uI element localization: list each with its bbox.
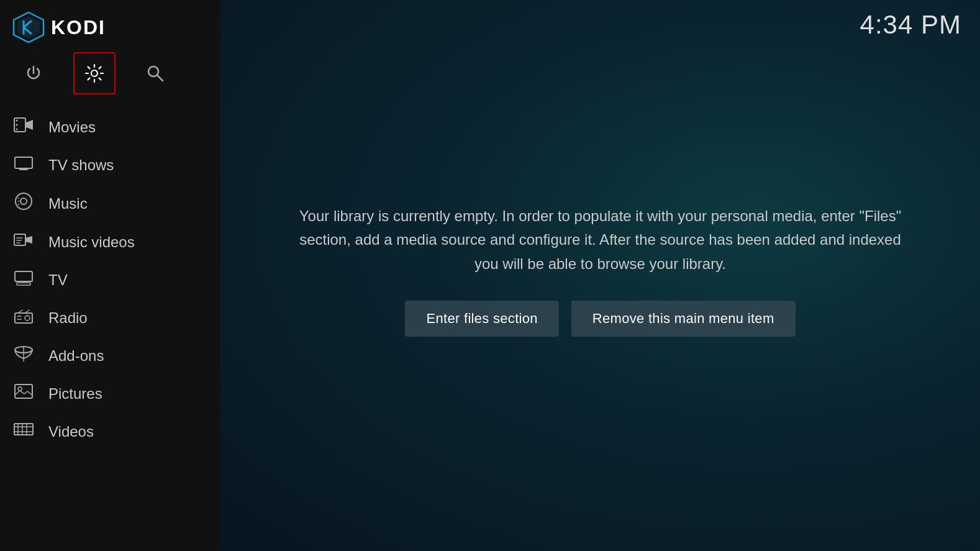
videos-icon [12,421,35,442]
sidebar-item-videos[interactable]: Videos [0,412,220,450]
tv-shows-label: TV shows [48,157,114,174]
svg-point-11 [16,124,18,126]
main-content: 4:34 PM Your library is currently empty.… [220,0,980,551]
music-label: Music [48,195,88,212]
svg-line-7 [157,75,163,81]
svg-marker-22 [25,236,32,244]
music-icon [12,192,35,215]
videos-label: Videos [48,423,94,440]
enter-files-button[interactable]: Enter files section [405,301,558,337]
empty-library-message: Your library is currently empty. In orde… [296,204,905,276]
svg-rect-35 [15,385,32,398]
svg-rect-26 [15,271,32,281]
sidebar: KODI [0,0,220,551]
search-button[interactable] [134,52,176,94]
svg-point-5 [91,70,98,76]
music-videos-icon [12,231,35,253]
settings-button[interactable] [73,52,116,94]
svg-point-10 [16,120,18,122]
sidebar-item-add-ons[interactable]: Add-ons [0,337,220,375]
action-buttons: Enter files section Remove this main men… [405,301,795,337]
tv-label: TV [48,271,68,289]
sidebar-item-movies[interactable]: Movies [0,108,220,146]
tv-icon [12,269,35,291]
add-ons-icon [12,345,35,367]
sidebar-item-tv-shows[interactable]: TV shows [0,146,220,184]
remove-menu-item-button[interactable]: Remove this main menu item [571,301,796,337]
radio-label: Radio [48,309,88,327]
movies-icon [12,116,35,138]
sidebar-item-music[interactable]: Music [0,184,220,223]
svg-rect-13 [15,157,32,168]
content-area: Your library is currently empty. In orde… [220,40,980,551]
power-button[interactable] [12,52,55,94]
sidebar-header: KODI [0,0,220,50]
sidebar-item-music-videos[interactable]: Music videos [0,223,220,261]
sidebar-item-tv[interactable]: TV [0,261,220,299]
svg-rect-37 [14,424,33,435]
svg-marker-1 [17,16,40,39]
radio-icon [12,307,35,329]
top-bar: 4:34 PM [220,0,980,40]
sidebar-item-radio[interactable]: Radio [0,299,220,337]
pictures-icon [12,383,35,404]
svg-rect-21 [14,234,25,245]
svg-point-30 [25,316,30,321]
svg-point-12 [16,129,18,130]
add-ons-label: Add-ons [48,347,104,365]
svg-point-17 [20,198,27,204]
tv-shows-icon [12,154,35,176]
svg-point-16 [16,193,32,209]
clock-display: 4:34 PM [860,10,961,40]
pictures-label: Pictures [48,385,102,403]
svg-marker-9 [26,120,33,130]
sidebar-icon-row [0,50,220,106]
app-title: KODI [51,16,106,39]
svg-rect-27 [17,283,30,285]
sidebar-nav: Movies TV shows [0,106,220,450]
kodi-logo-icon [12,11,45,43]
music-videos-label: Music videos [48,234,135,251]
sidebar-item-pictures[interactable]: Pictures [0,375,220,412]
movies-label: Movies [48,119,96,136]
